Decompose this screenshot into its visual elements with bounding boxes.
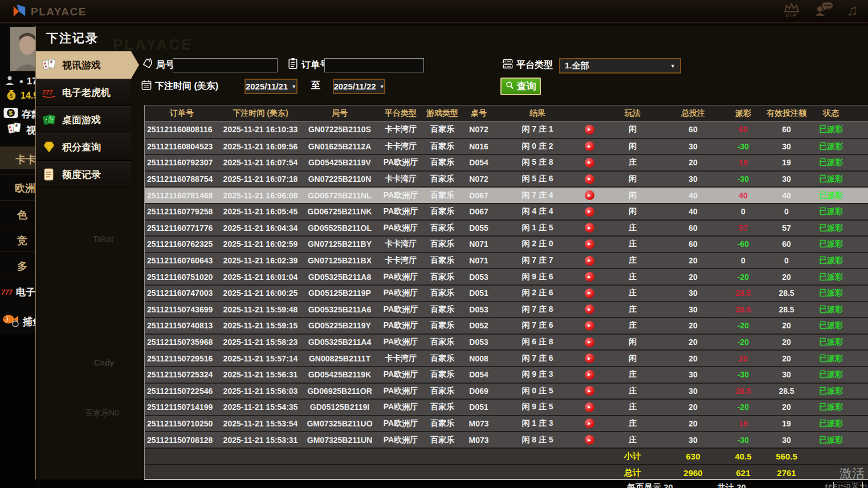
play-video-button[interactable]: ▶ bbox=[585, 386, 594, 396]
cell-extra bbox=[854, 335, 868, 350]
lobby-tab-jing[interactable]: 竞 bbox=[17, 234, 27, 247]
vip-button[interactable]: VIP bbox=[782, 3, 801, 18]
table-row[interactable]: 2511211507102502025-11-21 15:53:54GM0732… bbox=[145, 415, 868, 432]
user-id: 1756 bbox=[27, 76, 35, 87]
play-video-button[interactable]: ▶ bbox=[585, 239, 594, 249]
cell-game: 百家乐 bbox=[424, 432, 461, 448]
play-video-button[interactable]: ▶ bbox=[585, 304, 594, 314]
lobby-tab-europe[interactable]: 欧洲 bbox=[15, 181, 35, 195]
table-row[interactable]: 2511211507253242025-11-21 15:56:31GD0542… bbox=[145, 366, 868, 383]
lobby-tab-se[interactable]: 色 bbox=[17, 208, 27, 222]
order-number-input[interactable] bbox=[324, 58, 424, 72]
deposit-button[interactable]: $ 存款 bbox=[3, 107, 35, 121]
play-video-button[interactable]: ▶ bbox=[585, 402, 594, 412]
play-video-button[interactable]: ▶ bbox=[585, 141, 594, 151]
bet-time-label: 下注时间 (美东) bbox=[155, 80, 218, 92]
balance-value: 14.9 bbox=[21, 91, 35, 101]
cell-platform: PA欧洲厅 bbox=[377, 221, 424, 236]
lobby-tab-kaka[interactable]: 卡卡 bbox=[15, 153, 35, 166]
cell-payout: -30 bbox=[722, 172, 765, 187]
cell-game: 百家乐 bbox=[424, 188, 461, 203]
cell-round: GD05425B2119K bbox=[302, 367, 377, 383]
table-row[interactable]: 2511211607470032025-11-21 16:00:25GD0512… bbox=[145, 284, 868, 301]
play-video-button[interactable]: ▶ bbox=[585, 370, 594, 380]
table-row[interactable]: 2511211507081282025-11-21 15:53:31GM0732… bbox=[145, 431, 868, 448]
menu-item-0[interactable]: K♥9视讯游戏 bbox=[36, 51, 139, 79]
round-number-input[interactable] bbox=[173, 58, 278, 72]
table-row[interactable]: 2511211507141992025-11-21 15:54:35GD0512… bbox=[145, 398, 868, 415]
play-video-button[interactable]: ▶ bbox=[585, 288, 594, 298]
menu-item-4[interactable]: 额度记录 bbox=[36, 161, 131, 188]
platform-type-select[interactable]: 1.全部 ▼ bbox=[559, 58, 681, 74]
table-row[interactable]: 2511211507436992025-11-21 15:59:48GD0532… bbox=[145, 301, 868, 318]
menu-item-1[interactable]: 777电子老虎机 bbox=[36, 79, 131, 106]
cell-game: 百家乐 bbox=[424, 367, 461, 383]
date-from-select[interactable]: 2025/11/21 ▼ bbox=[244, 79, 298, 94]
music-button[interactable]: ♫ bbox=[847, 2, 858, 19]
play-video-button[interactable]: ▶ bbox=[585, 158, 594, 168]
play-video-button[interactable]: ▶ bbox=[585, 256, 594, 266]
play-video-button[interactable]: ▶ bbox=[585, 321, 594, 331]
table-row[interactable]: 2511211507295162025-11-21 15:57:14GN0082… bbox=[145, 349, 868, 366]
play-video-button[interactable]: ▶ bbox=[585, 125, 594, 135]
cell-replay: ▶ bbox=[578, 416, 601, 432]
table-row[interactable]: 2511211608045232025-11-21 16:09:56GN0162… bbox=[145, 138, 868, 154]
table-row[interactable]: 2511211608081162025-11-21 16:10:33GN0722… bbox=[145, 121, 868, 138]
play-video-button[interactable]: ▶ bbox=[585, 353, 594, 363]
chevron-down-icon: ▼ bbox=[380, 84, 385, 90]
cell-order: 251121160781468 bbox=[145, 188, 219, 203]
top-bar: PLAYACE VIP ♫ bbox=[0, 0, 868, 23]
table-row[interactable]: 2511211507225462025-11-21 15:56:03GD0692… bbox=[145, 383, 868, 399]
cell-replay: ▶ bbox=[578, 400, 601, 415]
cell-platform: 卡卡湾厅 bbox=[377, 253, 424, 269]
play-video-button[interactable]: ▶ bbox=[585, 223, 594, 233]
play-video-button[interactable]: ▶ bbox=[585, 435, 594, 445]
cell-method: 庄 bbox=[601, 237, 665, 252]
cell-platform: PA欧洲厅 bbox=[377, 367, 424, 383]
play-video-button[interactable]: ▶ bbox=[585, 207, 594, 217]
cell-order: 251121160760643 bbox=[145, 253, 219, 269]
table-row[interactable]: 2511211607923072025-11-21 16:07:54GD0542… bbox=[145, 154, 868, 170]
play-video-button[interactable]: ▶ bbox=[585, 190, 594, 200]
avatar[interactable] bbox=[10, 27, 35, 71]
menu-item-3[interactable]: 积分查询 bbox=[36, 133, 131, 161]
video-games-row[interactable]: K♥9 视 bbox=[6, 121, 35, 139]
fishing-row[interactable]: 捕鱼 bbox=[1, 313, 35, 330]
play-video-button[interactable]: ▶ bbox=[585, 337, 594, 347]
calendar-icon bbox=[141, 79, 152, 93]
table-row[interactable]: 2511211607606432025-11-21 16:02:39GN0712… bbox=[145, 252, 868, 269]
slots-row[interactable]: 777 电子 bbox=[1, 286, 35, 299]
cell-valid: 60 bbox=[765, 121, 808, 138]
date-from-value: 2025/11/21 bbox=[246, 82, 288, 91]
play-video-button[interactable]: ▶ bbox=[585, 174, 594, 184]
cell-result: 闲 1 庄 5 bbox=[497, 221, 578, 236]
table-row[interactable]: 2511211607887542025-11-21 16:07:18GN0722… bbox=[145, 170, 868, 187]
table-row[interactable]: 2511211607623252025-11-21 16:02:59GN0712… bbox=[145, 235, 868, 252]
lobby-tab-duo[interactable]: 多 bbox=[17, 259, 27, 273]
table-row[interactable]: 2511211607814682025-11-21 16:06:08GD0672… bbox=[145, 186, 868, 203]
table-row[interactable]: 2511211607792582025-11-21 16:05:45GD0672… bbox=[145, 203, 868, 219]
cell-bet: 30 bbox=[665, 384, 722, 399]
column-header: 玩法 bbox=[601, 105, 665, 121]
cell-payout: -30 bbox=[722, 139, 765, 154]
cell-valid: 0 bbox=[765, 253, 808, 269]
table-row[interactable]: 2511211607717762025-11-21 16:04:34GD0552… bbox=[145, 219, 868, 236]
play-video-button[interactable]: ▶ bbox=[585, 272, 594, 282]
menu-item-2[interactable]: 桌面游戏 bbox=[36, 106, 131, 133]
table-row[interactable]: 2511211507408132025-11-21 15:59:15GD0522… bbox=[145, 317, 868, 334]
cell-method: 庄 bbox=[601, 384, 665, 399]
lobby-strip-bottom bbox=[0, 334, 35, 488]
play-video-button[interactable]: ▶ bbox=[585, 418, 594, 428]
brand-logo[interactable]: PLAYACE bbox=[11, 3, 87, 21]
cell-platform: PA欧洲厅 bbox=[377, 318, 424, 334]
customer-service-button[interactable] bbox=[814, 1, 834, 19]
deposit-icon: $ bbox=[3, 107, 18, 121]
cell-replay: ▶ bbox=[578, 318, 601, 334]
date-to-select[interactable]: 2025/11/22 ▼ bbox=[333, 79, 385, 94]
cell-bet: 20 bbox=[665, 269, 722, 284]
table-row[interactable]: 2511211507359682025-11-21 15:58:23GD0532… bbox=[145, 334, 868, 350]
search-button[interactable]: 查询 bbox=[500, 78, 541, 95]
cell-order: 251121160788754 bbox=[145, 172, 219, 187]
table-row[interactable]: 2511211607510202025-11-21 16:01:04GD0532… bbox=[145, 268, 868, 284]
cell-table: D054 bbox=[461, 367, 497, 383]
